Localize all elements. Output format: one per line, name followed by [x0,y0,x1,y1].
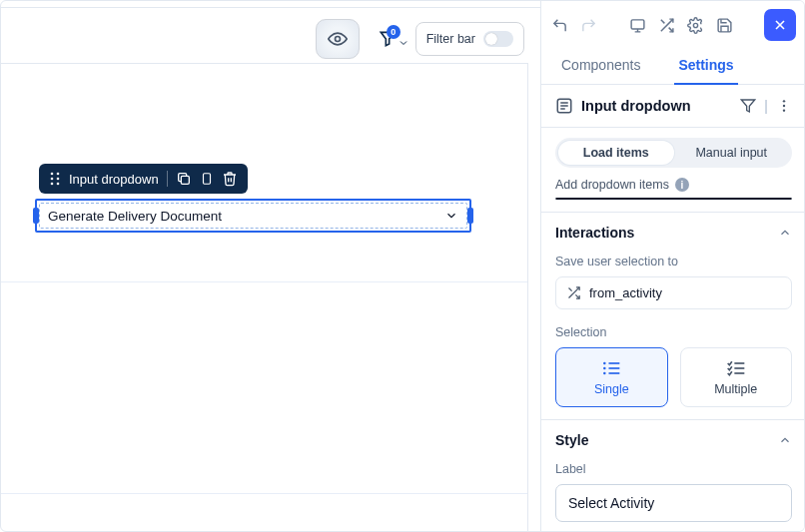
svg-rect-7 [181,176,189,184]
trash-icon[interactable] [222,171,238,187]
save-selection-label: Save user selection to [541,253,805,276]
svg-point-4 [57,178,60,181]
selection-toolbar[interactable]: Input dropdown [39,164,248,194]
toggle-switch[interactable] [483,31,513,47]
seg-load-items[interactable]: Load items [558,141,674,165]
panel-top-toolbar [541,1,805,47]
close-panel-button[interactable] [764,9,796,41]
canvas-toolbar: 0 Filter bar [316,19,524,59]
duplicate-icon[interactable] [176,171,192,187]
svg-point-13 [693,23,697,27]
redo-icon[interactable] [580,17,597,34]
svg-point-31 [603,367,606,370]
svg-marker-20 [741,100,754,112]
svg-rect-9 [631,19,644,28]
undo-icon[interactable] [551,17,568,34]
svg-point-5 [51,183,54,186]
chevron-down-icon [444,209,458,223]
close-icon [772,17,788,33]
dropdown-component-icon [555,97,573,115]
selection-mode-label: Selection [541,323,805,347]
add-items-input[interactable] [586,199,791,200]
tab-settings[interactable]: Settings [674,47,737,85]
present-icon[interactable] [629,17,646,34]
seg-manual-input[interactable]: Manual input [674,141,790,165]
svg-point-33 [603,372,606,375]
preview-button[interactable] [316,19,360,59]
svg-point-0 [335,37,340,42]
resize-handle-left[interactable] [33,208,39,224]
add-items-label: Add dropdown items i [541,178,805,198]
svg-point-21 [783,100,785,102]
add-items-input-row [555,198,792,200]
chevron-down-icon [398,37,409,49]
svg-point-2 [57,173,60,176]
filter-bar-toggle[interactable]: Filter bar [415,22,524,56]
svg-line-28 [569,288,572,291]
resize-handle-right[interactable] [467,208,473,224]
svg-point-29 [603,362,606,365]
copy-icon[interactable] [200,171,214,187]
dropdown-value: Generate Delivery Document [48,209,222,224]
gear-icon[interactable] [687,17,704,34]
component-header: Input dropdown | [541,85,805,128]
shuffle-icon[interactable] [658,17,675,34]
dropdown-field[interactable]: Generate Delivery Document [39,203,467,229]
svg-rect-8 [203,174,210,185]
canvas-body[interactable]: Input dropdown Generate Delivery Documen… [1,63,528,532]
tab-components[interactable]: Components [557,47,644,84]
eye-icon [328,29,348,49]
save-icon[interactable] [716,17,733,34]
list-single-icon [601,360,621,376]
list-multiple-icon [726,360,746,376]
variable-icon [566,285,581,300]
filter-bar-label: Filter bar [426,32,475,46]
variable-picker[interactable]: from_activity [555,276,792,309]
selected-component-name: Input dropdown [69,172,159,187]
more-icon[interactable] [776,98,792,114]
svg-point-1 [51,173,54,176]
style-label-label: Label [541,460,805,484]
mode-single[interactable]: Single [555,347,668,407]
drag-handle-icon[interactable] [49,172,61,186]
chevron-up-icon [778,433,792,447]
settings-panel: Components Settings Input dropdown | Loa… [541,1,805,532]
canvas-area: 0 Filter bar Input dropdown Generate Del… [1,1,541,532]
chevron-up-icon [778,226,792,240]
filter-icon[interactable] [740,98,756,114]
svg-line-12 [660,19,664,23]
svg-point-23 [783,109,785,111]
svg-point-22 [783,105,785,107]
input-dropdown-component[interactable]: Generate Delivery Document [35,199,471,233]
panel-tabs: Components Settings [541,47,805,85]
svg-point-6 [57,183,60,186]
info-icon[interactable]: i [675,178,689,192]
items-source-segmented: Load items Manual input [555,138,792,168]
mode-multiple[interactable]: Multiple [680,347,793,407]
selection-mode-cards: Single Multiple [541,347,805,419]
grid-line [1,493,527,494]
interactions-header[interactable]: Interactions [541,212,805,253]
svg-point-3 [51,178,54,181]
style-header[interactable]: Style [541,419,805,460]
canvas-top-divider [1,4,540,8]
separator [167,171,168,187]
grid-line [1,281,527,282]
variable-name: from_activity [589,285,662,300]
component-title: Input dropdown [581,98,691,114]
filter-count-button[interactable]: 0 [370,21,405,57]
label-input[interactable]: Select Activity [555,484,792,522]
